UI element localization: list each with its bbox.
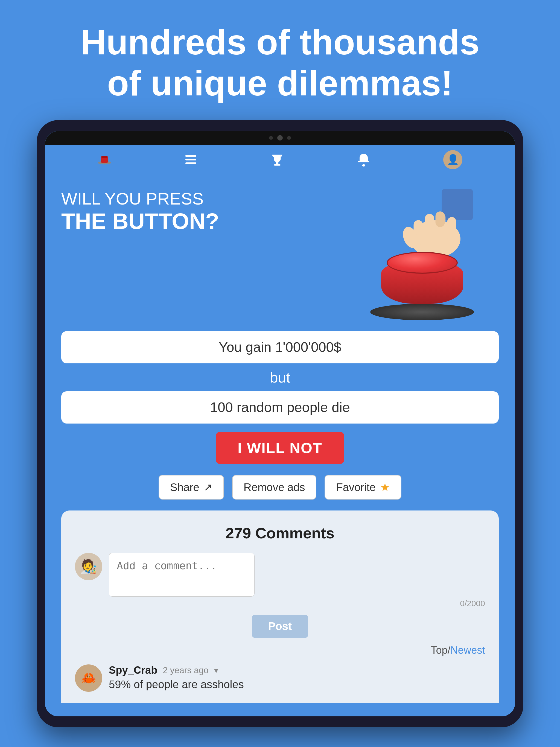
camera-dot-right	[287, 136, 291, 140]
nav-list-icon[interactable]	[184, 153, 198, 166]
but-text: but	[61, 369, 499, 386]
star-icon: ★	[380, 481, 390, 493]
svg-point-2	[101, 156, 108, 158]
hero-title-line2: of unique dilemmas!	[107, 63, 453, 103]
svg-rect-16	[436, 211, 445, 227]
comment-input[interactable]	[109, 553, 255, 597]
comments-title: 279 Comments	[75, 524, 485, 542]
comment-avatar: 🦀	[75, 664, 102, 692]
svg-rect-7	[274, 164, 280, 166]
camera-lens	[277, 135, 283, 140]
chevron-down-icon: ▾	[214, 666, 218, 675]
post-comment-button[interactable]: Post	[252, 615, 308, 638]
comment-body: Spy_Crab 2 years ago ▾ 59% of people are…	[109, 664, 485, 691]
svg-rect-6	[276, 162, 278, 164]
svg-point-8	[362, 164, 365, 166]
nav-trophy-icon[interactable]	[271, 153, 284, 166]
sort-label: Top/	[431, 644, 450, 656]
tablet-screen: 👤 WILL YOU PRESS THE BUTTON?	[45, 131, 515, 716]
nav-hat-icon[interactable]	[98, 153, 111, 166]
nav-bell-icon[interactable]	[357, 153, 371, 166]
nav-profile-icon[interactable]: 👤	[443, 150, 462, 169]
camera-bar	[45, 131, 515, 145]
remove-ads-button[interactable]: Remove ads	[232, 475, 316, 499]
i-will-not-button[interactable]: I WILL NOT	[216, 432, 344, 464]
comment-input-wrapper: 0/2000	[109, 553, 485, 608]
condition-bad-text: 100 random people die	[210, 400, 350, 415]
button-illustration	[346, 189, 499, 320]
will-you-press: WILL YOU PRESS	[61, 189, 219, 208]
svg-rect-14	[447, 217, 456, 242]
condition-good-box: You gain 1'000'000$	[61, 331, 499, 363]
tablet-frame: 👤 WILL YOU PRESS THE BUTTON?	[36, 120, 524, 727]
button-body	[381, 260, 463, 304]
comment-item: 🦀 Spy_Crab 2 years ago ▾ 59% of people a…	[75, 664, 485, 692]
share-icon: ↗	[204, 481, 212, 493]
svg-rect-9	[441, 189, 473, 220]
avatar-face: 🧑‍🎨	[75, 553, 102, 580]
hero-title: Hundreds of thousands of unique dilemmas…	[53, 0, 507, 120]
button-top	[387, 252, 458, 274]
comment-time: 2 years ago	[163, 665, 208, 675]
current-user-avatar: 🧑‍🎨	[75, 553, 102, 580]
svg-rect-5	[185, 162, 196, 164]
comment-input-row: 🧑‍🎨 0/2000	[75, 553, 485, 608]
favorite-button[interactable]: Favorite ★	[325, 475, 401, 499]
comment-author: Spy_Crab	[109, 664, 157, 676]
nav-bar: 👤	[45, 145, 515, 175]
comment-text: 59% of people are assholes	[109, 678, 485, 691]
comments-section: 279 Comments 🧑‍🎨 0/2000 Post Top/Newest	[61, 511, 499, 703]
main-content: WILL YOU PRESS THE BUTTON?	[45, 175, 515, 716]
sort-newest[interactable]: Newest	[450, 644, 485, 656]
share-button[interactable]: Share ↗	[159, 475, 224, 499]
favorite-label: Favorite	[336, 481, 376, 493]
svg-rect-4	[185, 159, 196, 160]
action-buttons: Share ↗ Remove ads Favorite ★	[61, 475, 499, 499]
condition-good-text: You gain 1'000'000$	[219, 340, 341, 355]
share-label: Share	[170, 481, 199, 493]
question-text: WILL YOU PRESS THE BUTTON?	[61, 189, 219, 234]
hero-title-line1: Hundreds of thousands	[81, 22, 480, 62]
comment-author-row: Spy_Crab 2 years ago ▾	[109, 664, 485, 676]
the-button-label: THE BUTTON?	[61, 208, 219, 234]
camera-dot-left	[269, 136, 273, 140]
condition-bad-box: 100 random people die	[61, 391, 499, 423]
red-button-visual	[370, 265, 474, 320]
question-area: WILL YOU PRESS THE BUTTON?	[61, 189, 499, 320]
char-count: 0/2000	[109, 599, 485, 608]
sort-row: Top/Newest	[75, 644, 485, 656]
button-base	[370, 304, 474, 320]
remove-ads-label: Remove ads	[244, 481, 305, 493]
svg-rect-3	[185, 155, 196, 157]
svg-rect-12	[425, 214, 434, 242]
